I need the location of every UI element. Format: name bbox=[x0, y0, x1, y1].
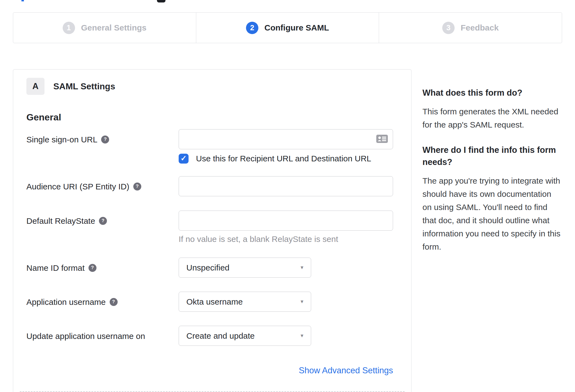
page: 1 General Settings 2 Configure SAML 3 Fe… bbox=[0, 0, 575, 392]
clipped-header-accent bbox=[21, 0, 24, 1]
default-relaystate-input[interactable] bbox=[179, 211, 393, 231]
help-body: The app you're trying to integrate with … bbox=[422, 174, 561, 253]
step-label: Feedback bbox=[461, 23, 499, 32]
field-row-default-relaystate: Default RelayState? If no value is set, … bbox=[26, 211, 398, 244]
general-group-heading: General bbox=[26, 112, 398, 123]
help-heading: What does this form do? bbox=[422, 87, 561, 99]
help-icon[interactable]: ? bbox=[89, 264, 96, 272]
wizard-stepper: 1 General Settings 2 Configure SAML 3 Fe… bbox=[13, 12, 562, 43]
advanced-settings-row: Show Advanced Settings bbox=[26, 366, 398, 376]
field-label: Audience URI (SP Entity ID)? bbox=[26, 176, 179, 192]
help-sidebar: What does this form do? This form genera… bbox=[422, 87, 561, 253]
field-row-single-sign-on-url: Single sign-on URL? bbox=[26, 129, 398, 164]
step-number-badge: 1 bbox=[63, 22, 75, 34]
select-value: Okta username bbox=[186, 297, 243, 307]
help-icon[interactable]: ? bbox=[133, 183, 141, 191]
field-label: Default RelayState? bbox=[26, 211, 179, 226]
help-section-what: What does this form do? This form genera… bbox=[422, 87, 561, 131]
help-body: This form generates the XML needed for t… bbox=[422, 105, 561, 131]
chevron-down-icon: ▼ bbox=[300, 333, 304, 339]
contact-card-icon[interactable] bbox=[376, 134, 388, 145]
help-icon[interactable]: ? bbox=[110, 298, 118, 306]
checkmark-icon: ✓ bbox=[181, 155, 187, 162]
single-sign-on-url-input[interactable] bbox=[179, 129, 393, 149]
select-value: Unspecified bbox=[186, 263, 230, 272]
help-icon[interactable]: ? bbox=[101, 136, 109, 143]
chevron-down-icon: ▼ bbox=[300, 265, 304, 270]
recipient-url-checkbox-row: ✓ Use this for Recipient URL and Destina… bbox=[179, 154, 398, 164]
field-row-name-id-format: Name ID format? Unspecified ▼ bbox=[26, 258, 398, 278]
help-heading: Where do I find the info this form needs… bbox=[422, 144, 561, 168]
field-row-audience-uri: Audience URI (SP Entity ID)? bbox=[26, 176, 398, 196]
help-section-where: Where do I find the info this form needs… bbox=[422, 144, 561, 253]
step-configure-saml[interactable]: 2 Configure SAML bbox=[196, 13, 379, 43]
step-general-settings[interactable]: 1 General Settings bbox=[13, 13, 196, 43]
step-feedback[interactable]: 3 Feedback bbox=[379, 13, 562, 43]
field-label: Update application username on bbox=[26, 326, 179, 341]
step-label: Configure SAML bbox=[264, 23, 329, 32]
recipient-url-checkbox[interactable]: ✓ bbox=[179, 154, 189, 164]
application-username-select[interactable]: Okta username ▼ bbox=[179, 292, 311, 312]
name-id-format-select[interactable]: Unspecified ▼ bbox=[179, 258, 311, 278]
section-title: SAML Settings bbox=[53, 81, 115, 92]
update-application-username-select[interactable]: Create and update ▼ bbox=[179, 326, 311, 346]
saml-settings-panel: A SAML Settings General Single sign-on U… bbox=[13, 69, 411, 392]
help-icon[interactable]: ? bbox=[99, 217, 107, 225]
field-row-application-username: Application username? Okta username ▼ bbox=[26, 292, 398, 312]
step-number-badge: 2 bbox=[246, 22, 258, 34]
field-label: Application username? bbox=[26, 292, 179, 307]
section-header: A SAML Settings bbox=[26, 78, 398, 95]
chevron-down-icon: ▼ bbox=[300, 299, 304, 305]
section-a-badge: A bbox=[26, 78, 45, 95]
field-label: Name ID format? bbox=[26, 258, 179, 273]
select-value: Create and update bbox=[186, 331, 255, 341]
field-label: Single sign-on URL? bbox=[26, 129, 179, 145]
relaystate-hint: If no value is set, a blank RelayState i… bbox=[179, 234, 398, 244]
audience-uri-input[interactable] bbox=[179, 176, 393, 196]
clipped-header-toggle bbox=[157, 0, 165, 2]
show-advanced-settings-link[interactable]: Show Advanced Settings bbox=[299, 366, 393, 375]
step-label: General Settings bbox=[81, 23, 146, 32]
checkbox-label[interactable]: Use this for Recipient URL and Destinati… bbox=[196, 154, 371, 163]
step-number-badge: 3 bbox=[442, 22, 455, 34]
field-row-update-application-username-on: Update application username on Create an… bbox=[26, 326, 398, 346]
